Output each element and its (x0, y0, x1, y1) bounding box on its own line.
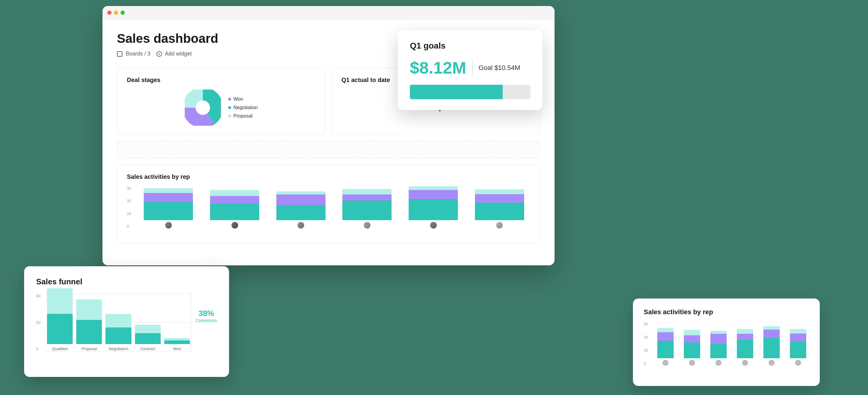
act-avatar-6 (795, 360, 801, 366)
funnel-y-20: 20 (36, 320, 44, 325)
funnel-label-negotiation: Negotiation (108, 346, 128, 351)
sales-funnel-card: Sales funnel 0 20 40 Qualified (24, 266, 229, 377)
bar-purple-1 (144, 193, 193, 202)
act-group-3 (708, 331, 730, 366)
act-y-20: 20 (644, 335, 652, 339)
bar-group-2 (204, 190, 266, 229)
maximize-dot[interactable] (121, 10, 125, 15)
bar-light-1 (144, 188, 193, 193)
sales-activities-floating-card: Sales activities by rep 0 10 20 30 (633, 299, 820, 386)
act-group-4 (734, 329, 756, 366)
act-y-30: 30 (644, 322, 652, 326)
funnel-y-40: 40 (36, 294, 44, 298)
close-dot[interactable] (107, 10, 112, 15)
browser-titlebar (102, 6, 555, 19)
avatar-3 (298, 222, 304, 229)
sales-activities-inline: Sales activities by rep 0 10 20 30 (117, 164, 540, 243)
funnel-bar-negotiation: Negotiation (105, 314, 131, 351)
y-label-0: 0 (127, 224, 135, 229)
funnel-label-won: Won (173, 346, 181, 351)
y-label-20: 20 (127, 199, 135, 203)
act-group-2 (681, 330, 703, 366)
bar-light-6 (475, 189, 524, 194)
activities-chart: 0 10 20 30 (644, 322, 809, 376)
bar-group-6 (469, 189, 530, 229)
funnel-label-proposal: Proposal (82, 346, 97, 351)
legend-negotiation: Negotiation (228, 105, 258, 110)
funnel-bars: Qualified Proposal Negotiation (47, 294, 190, 351)
act-avatar-1 (662, 360, 669, 366)
bar-teal-2 (210, 204, 259, 220)
act-group-5 (761, 326, 782, 366)
funnel-bar-proposal: Proposal (76, 299, 102, 351)
bar-light-4 (342, 189, 392, 194)
act-group-6 (787, 329, 809, 366)
activities-title: Sales activities by rep (644, 308, 809, 316)
act-group-1 (655, 328, 676, 366)
proposal-dot (228, 115, 231, 118)
bar-light-5 (409, 186, 458, 190)
pie-legend: Won Negotiation Proposal (228, 96, 258, 119)
deal-stages-widget: Deal stages (117, 68, 326, 134)
avatar-5 (430, 222, 437, 229)
conversion-value: 38% (195, 309, 217, 318)
bar-purple-3 (276, 194, 326, 205)
bar-teal-4 (342, 201, 392, 220)
bar-group-1 (138, 188, 199, 229)
legend-proposal: Proposal (228, 113, 258, 119)
act-avatar-2 (689, 360, 695, 366)
bars-area (138, 186, 530, 229)
deal-stages-content: Won Negotiation Proposal (127, 90, 315, 126)
act-avatar-3 (715, 360, 721, 366)
conversion-divider (191, 294, 191, 351)
q1-goal-label: Goal $10.54M (478, 64, 520, 72)
sales-activities-title: Sales activities by rep (127, 173, 530, 180)
conversion-badge: 38% Conversion (195, 309, 217, 323)
bar-light-3 (276, 191, 326, 194)
y-label-30: 30 (127, 186, 135, 190)
bar-light-2 (210, 190, 259, 196)
act-y-0: 0 (644, 362, 652, 366)
breadcrumb[interactable]: Boards / 3 (117, 51, 150, 57)
funnel-label-contract: Contract (141, 346, 155, 351)
funnel-bar-won: Won (164, 338, 190, 351)
avatar-1 (165, 222, 172, 229)
act-avatar-5 (769, 360, 775, 366)
sales-funnel-title: Sales funnel (36, 277, 217, 286)
won-dot (228, 98, 231, 101)
y-label-10: 10 (127, 212, 135, 216)
bar-group-3 (270, 191, 332, 229)
bar-teal-5 (409, 199, 458, 220)
act-bars (655, 322, 809, 366)
progress-bar-container (410, 85, 530, 99)
svg-point-3 (195, 100, 210, 115)
avatar-2 (231, 222, 238, 229)
add-widget-icon (156, 51, 162, 57)
avatar-6 (496, 222, 503, 229)
browser-window: Sales dashboard Boards / 3 Add widget De… (102, 6, 555, 265)
funnel-bar-qualified: Qualified (47, 288, 73, 351)
legend-won: Won (228, 96, 258, 102)
gridline-0 (47, 351, 193, 351)
bar-purple-2 (210, 196, 259, 204)
negotiation-dot (228, 106, 231, 109)
board-icon (117, 51, 122, 57)
bar-teal-6 (475, 203, 524, 220)
pie-chart (185, 90, 221, 126)
bar-purple-6 (475, 194, 524, 203)
bar-purple-5 (409, 190, 458, 199)
q1-goals-values: $8.12M Goal $10.54M (410, 58, 530, 78)
q1-goals-card: Q1 goals $8.12M Goal $10.54M (398, 30, 542, 110)
bar-teal-3 (276, 205, 326, 220)
sales-activities-chart: 0 10 20 30 (127, 186, 530, 235)
add-widget-button[interactable]: Add widget (156, 51, 192, 57)
avatar-4 (364, 222, 370, 229)
conversion-label: Conversion (195, 318, 217, 323)
funnel-bar-contract: Contract (135, 325, 161, 351)
funnel-label-qualified: Qualified (52, 346, 67, 351)
act-y-10: 10 (644, 348, 652, 353)
q1-goals-actual: $8.12M (410, 58, 466, 78)
placeholder-widget-1 (117, 141, 540, 159)
q1-goals-title: Q1 goals (410, 41, 530, 51)
minimize-dot[interactable] (114, 10, 118, 15)
